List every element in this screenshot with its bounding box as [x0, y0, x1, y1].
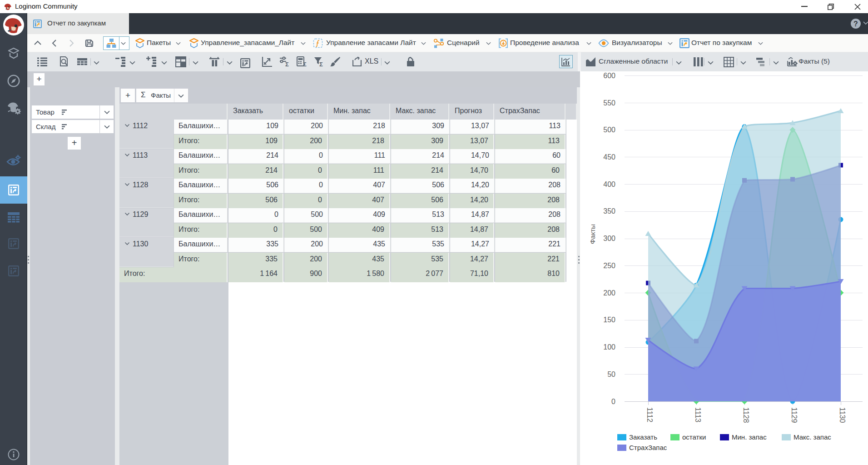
- svg-text:600: 600: [603, 72, 615, 80]
- svg-text:Σ: Σ: [303, 61, 307, 67]
- svg-text:1130: 1130: [838, 407, 846, 423]
- svg-text:1128: 1128: [742, 407, 750, 423]
- svg-text:1113: 1113: [694, 407, 702, 422]
- svg-text:500: 500: [603, 126, 615, 134]
- svg-text:350: 350: [603, 207, 615, 215]
- svg-text:Σ: Σ: [319, 61, 323, 67]
- svg-text:150: 150: [603, 316, 615, 324]
- svg-text:1129: 1129: [790, 407, 798, 423]
- svg-text:100: 100: [603, 343, 615, 351]
- svg-text:Факты: Факты: [589, 224, 596, 244]
- svg-text:300: 300: [603, 235, 615, 242]
- svg-text:0: 0: [611, 398, 615, 405]
- svg-text:550: 550: [603, 99, 615, 107]
- svg-text:450: 450: [603, 153, 615, 161]
- svg-text:400: 400: [603, 180, 615, 188]
- svg-text:Σ: Σ: [285, 61, 289, 67]
- svg-text:50: 50: [607, 370, 615, 378]
- svg-text:200: 200: [603, 289, 615, 297]
- svg-text:1112: 1112: [646, 407, 654, 422]
- svg-text:250: 250: [603, 262, 615, 270]
- svg-text:?: ?: [853, 20, 858, 28]
